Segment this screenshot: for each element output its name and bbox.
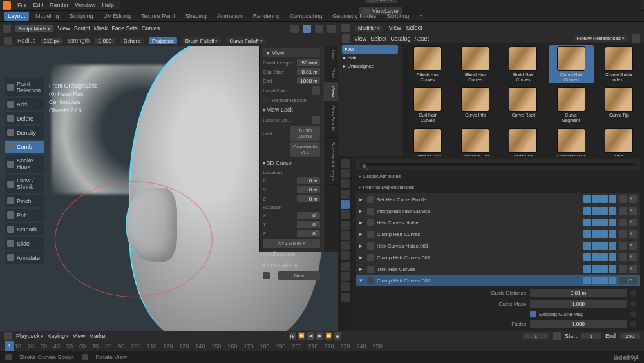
- npanel-tab-screencast-keys[interactable]: Screencast Keys: [324, 138, 338, 185]
- autokey-icon[interactable]: [553, 332, 561, 340]
- npanel-tab-geo-scatter[interactable]: Geo-Scatter: [324, 101, 338, 137]
- curve-falloff[interactable]: Curve Falloff: [226, 37, 265, 44]
- param-dot[interactable]: [630, 311, 636, 317]
- props-tab-icon[interactable]: [341, 231, 350, 240]
- shading-matprev-icon[interactable]: [315, 25, 323, 33]
- asset-catalog[interactable]: Catalog: [390, 35, 410, 42]
- mod-toggle[interactable]: [592, 265, 600, 273]
- lockobj-picker[interactable]: [312, 116, 320, 124]
- mod-toggle[interactable]: [583, 265, 591, 273]
- workspace-tab-uv-editing[interactable]: UV Editing: [100, 12, 135, 21]
- shading-render-icon[interactable]: [327, 25, 336, 33]
- sec-output-attr[interactable]: Output Attributes: [356, 172, 640, 181]
- tl-keying[interactable]: Keying: [47, 333, 68, 339]
- mod-extras-icon[interactable]: [619, 253, 627, 261]
- mod-toggle[interactable]: [592, 277, 600, 284]
- menu-render[interactable]: Render: [50, 2, 69, 8]
- props-tab-icon[interactable]: [341, 251, 350, 260]
- asset-select[interactable]: Select: [370, 35, 386, 42]
- props-tab-icon[interactable]: [341, 241, 350, 250]
- lock-cursor-btn[interactable]: To 3D Cursor: [290, 126, 321, 141]
- workspace-tab-rendering[interactable]: Rendering: [249, 12, 284, 21]
- modifier-row[interactable]: ▸Hair Curves Noise×: [356, 217, 640, 228]
- mod-extras-icon[interactable]: [619, 195, 627, 203]
- catalog-hair[interactable]: ▸ Hair: [342, 54, 398, 62]
- vp-facesets[interactable]: Face Sets: [111, 25, 138, 32]
- mod-toggle[interactable]: [600, 253, 608, 261]
- workspace-tab-sculpting[interactable]: Sculpting: [66, 12, 97, 21]
- mod-extras-icon[interactable]: [619, 230, 627, 238]
- tool-paint-selection[interactable]: Paint Selection: [5, 78, 44, 96]
- asset-item[interactable]: Clump Hair Curves: [549, 45, 594, 83]
- play-rev-icon[interactable]: ◀: [307, 332, 314, 340]
- mod-toggle[interactable]: [609, 219, 616, 226]
- tool-smooth[interactable]: Smooth: [5, 223, 44, 235]
- mod-toggle[interactable]: [583, 242, 591, 250]
- focal-field[interactable]: 50 mm: [297, 59, 320, 66]
- modifier-row[interactable]: ▸Hair Curves Noise.001×: [356, 240, 640, 251]
- asset-view[interactable]: View: [354, 35, 366, 42]
- mod-toggle[interactable]: [592, 195, 600, 203]
- np-viewlock-header[interactable]: ▾ View Lock: [263, 105, 320, 114]
- props-tab-icon[interactable]: [341, 190, 350, 199]
- asset-item[interactable]: Curve Segment: [549, 86, 594, 124]
- mod-toggle[interactable]: [592, 219, 600, 226]
- props-tab-icon[interactable]: [341, 272, 350, 281]
- vp-view[interactable]: View: [57, 25, 70, 32]
- loc-y[interactable]: 0 m: [297, 186, 320, 193]
- mod-delete-icon[interactable]: ×: [629, 195, 637, 203]
- tool-delete[interactable]: Delete: [5, 112, 44, 124]
- mod-toggle[interactable]: [600, 219, 608, 226]
- sec-internal-dep[interactable]: Internal Dependencies: [356, 182, 640, 192]
- end-frame[interactable]: 250: [620, 333, 640, 339]
- workspace-tab-layout[interactable]: Layout: [4, 12, 29, 21]
- asset-item[interactable]: Curve Tip: [596, 86, 641, 124]
- workspace-tab-modeling[interactable]: Modeling: [32, 12, 63, 21]
- tl-marker[interactable]: Marker: [89, 333, 107, 339]
- npanel-tab-tool[interactable]: Tool: [324, 64, 338, 83]
- mod-toggle[interactable]: [583, 207, 591, 215]
- tool-comb[interactable]: Comb: [5, 141, 44, 153]
- strength-field[interactable]: 1.000: [95, 38, 115, 44]
- workspace-tab-compositing[interactable]: Compositing: [286, 12, 326, 21]
- timeline-ruler[interactable]: 1 01020304050607080901001101201301401501…: [0, 341, 644, 351]
- jump-start-icon[interactable]: ⏮: [289, 332, 296, 340]
- npanel-tab-view[interactable]: View: [324, 82, 338, 101]
- menu-help[interactable]: Help: [102, 2, 115, 8]
- mod-toggle[interactable]: [583, 195, 591, 203]
- asset-filter-icon[interactable]: [632, 34, 640, 43]
- mod-toggle[interactable]: [583, 253, 591, 261]
- add-workspace[interactable]: +: [415, 12, 426, 21]
- asset-browser-icon[interactable]: [342, 34, 350, 43]
- loc-z[interactable]: 0 m: [297, 195, 320, 202]
- start-frame[interactable]: 1: [581, 333, 601, 339]
- projected-toggle[interactable]: Projected: [149, 37, 177, 44]
- tool-density[interactable]: Density: [5, 126, 44, 139]
- mod-delete-icon[interactable]: ×: [629, 207, 637, 215]
- menu-edit[interactable]: Edit: [33, 2, 44, 8]
- mod-extras-icon[interactable]: [619, 207, 627, 215]
- workspace-tab-geometry-nodes[interactable]: Geometry Nodes: [328, 12, 380, 21]
- np-annotations[interactable]: ▾ Annotations: [263, 260, 320, 270]
- mod-delete-icon[interactable]: ×: [629, 265, 637, 273]
- radius-field[interactable]: 318 px: [41, 38, 62, 44]
- rot-x[interactable]: 0°: [297, 212, 320, 219]
- tl-playback[interactable]: Playback: [16, 333, 43, 339]
- npanel-tab-item[interactable]: Item: [324, 46, 338, 64]
- mod-delete-icon[interactable]: ×: [629, 277, 637, 284]
- param-checkbox[interactable]: [530, 311, 536, 317]
- modifier-row[interactable]: ▸Set Hair Curve Profile×: [356, 193, 640, 205]
- asset-item[interactable]: Blend Hair Curves: [453, 45, 498, 83]
- tool-slide[interactable]: Slide: [5, 237, 44, 250]
- modifier-row[interactable]: ▸Trim Hair Curves×: [356, 263, 640, 275]
- props-tab-icon[interactable]: [341, 159, 350, 168]
- mod-delete-icon[interactable]: ×: [629, 230, 637, 238]
- menu-window[interactable]: Window: [75, 2, 96, 8]
- play-icon[interactable]: ▶: [316, 332, 323, 340]
- prev-key-icon[interactable]: ⏪: [298, 332, 305, 340]
- workspace-tab-shading[interactable]: Shading: [182, 12, 211, 21]
- mod-toggle[interactable]: [600, 207, 608, 215]
- menu-file[interactable]: File: [17, 2, 27, 8]
- np-collections[interactable]: ▸ Collections: [263, 250, 320, 259]
- mod-toggle[interactable]: [592, 230, 600, 238]
